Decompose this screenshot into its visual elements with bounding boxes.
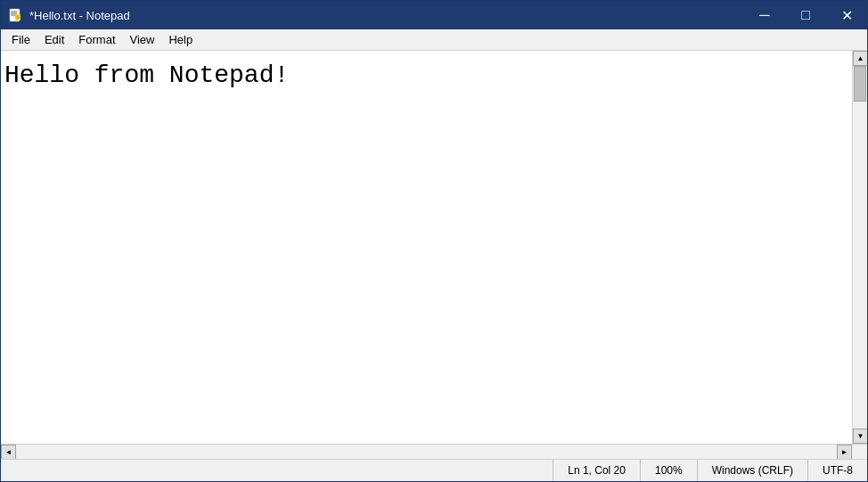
cursor-position: Ln 1, Col 20 bbox=[553, 460, 640, 481]
scroll-thumb-vertical[interactable] bbox=[854, 66, 866, 102]
scroll-left-button[interactable]: ◄ bbox=[1, 445, 16, 460]
minimize-button[interactable]: ─ bbox=[744, 1, 785, 29]
text-editor[interactable]: Hello from Notepad! bbox=[1, 51, 852, 444]
maximize-button[interactable]: □ bbox=[785, 1, 826, 29]
status-bar: Ln 1, Col 20 100% Windows (CRLF) UTF-8 bbox=[1, 459, 867, 481]
menu-bar: File Edit Format View Help bbox=[1, 29, 867, 51]
scroll-track-horizontal[interactable] bbox=[16, 445, 837, 459]
horizontal-scrollbar-container: ◄ ► bbox=[1, 444, 867, 459]
zoom-level: 100% bbox=[640, 460, 697, 481]
menu-help[interactable]: Help bbox=[161, 30, 200, 50]
scroll-track-vertical[interactable] bbox=[853, 66, 867, 429]
vertical-scrollbar[interactable]: ▲ ▼ bbox=[852, 51, 867, 444]
encoding: UTF-8 bbox=[807, 460, 867, 481]
line-ending: Windows (CRLF) bbox=[697, 460, 807, 481]
app-icon bbox=[8, 8, 22, 22]
scroll-right-button[interactable]: ► bbox=[837, 445, 852, 460]
notepad-window: *Hello.txt - Notepad ─ □ ✕ File Edit For… bbox=[0, 0, 868, 482]
close-button[interactable]: ✕ bbox=[826, 1, 867, 29]
scroll-up-button[interactable]: ▲ bbox=[853, 51, 867, 66]
scrollbar-corner bbox=[852, 445, 867, 460]
menu-view[interactable]: View bbox=[123, 30, 162, 50]
menu-edit[interactable]: Edit bbox=[37, 30, 71, 50]
title-bar: *Hello.txt - Notepad ─ □ ✕ bbox=[1, 1, 867, 29]
svg-rect-5 bbox=[15, 14, 20, 20]
window-title: *Hello.txt - Notepad bbox=[29, 9, 130, 22]
window-controls: ─ □ ✕ bbox=[744, 1, 867, 29]
scroll-down-button[interactable]: ▼ bbox=[853, 429, 867, 444]
menu-file[interactable]: File bbox=[4, 30, 37, 50]
menu-format[interactable]: Format bbox=[71, 30, 122, 50]
editor-container: Hello from Notepad! ▲ ▼ bbox=[1, 51, 867, 444]
title-bar-left: *Hello.txt - Notepad bbox=[8, 8, 130, 22]
